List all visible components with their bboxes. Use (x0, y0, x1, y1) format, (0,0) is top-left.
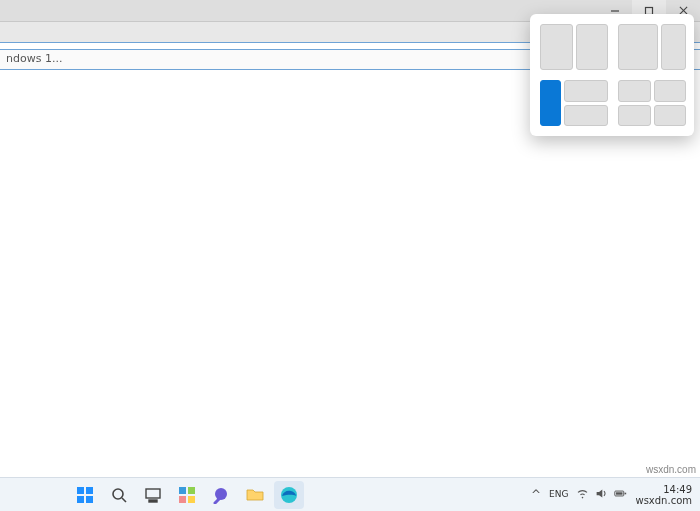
svg-rect-6 (77, 496, 84, 503)
svg-rect-12 (179, 487, 186, 494)
taskbar-center (70, 481, 304, 509)
snap-layout-leftbig[interactable] (540, 80, 608, 126)
explorer-button[interactable] (240, 481, 270, 509)
widgets-button[interactable] (172, 481, 202, 509)
snap-cell[interactable] (576, 24, 609, 70)
snap-cell-selected[interactable] (540, 80, 561, 126)
tab-title[interactable]: ndows 1... (6, 52, 62, 65)
snap-layouts-flyout (530, 14, 694, 136)
svg-rect-19 (625, 493, 627, 495)
volume-icon[interactable] (595, 487, 608, 502)
chat-button[interactable] (206, 481, 236, 509)
svg-rect-11 (149, 500, 157, 502)
taskbar: ^ ENG 14:49 wsxdn.com (0, 477, 700, 511)
snap-cell[interactable] (540, 24, 573, 70)
svg-rect-15 (188, 496, 195, 503)
svg-point-8 (113, 489, 123, 499)
snap-cell[interactable] (618, 24, 658, 70)
snap-cell[interactable] (654, 80, 687, 102)
tray-icons (576, 487, 627, 502)
snap-layout-wide[interactable] (618, 24, 686, 70)
snap-layout-quad[interactable] (618, 80, 686, 126)
svg-rect-20 (617, 492, 624, 494)
svg-rect-7 (86, 496, 93, 503)
svg-rect-5 (86, 487, 93, 494)
snap-cell[interactable] (661, 24, 686, 70)
watermark-text: wsxdn.com (646, 464, 696, 475)
svg-rect-14 (179, 496, 186, 503)
clock[interactable]: 14:49 wsxdn.com (635, 484, 692, 506)
svg-rect-10 (146, 489, 160, 498)
snap-cell[interactable] (654, 105, 687, 127)
snap-cell[interactable] (564, 105, 608, 127)
svg-rect-13 (188, 487, 195, 494)
svg-point-16 (215, 488, 227, 500)
search-button[interactable] (104, 481, 134, 509)
clock-date: wsxdn.com (635, 495, 692, 506)
battery-icon[interactable] (614, 487, 627, 502)
tray-chevron-icon[interactable]: ^ (531, 488, 541, 502)
wifi-icon[interactable] (576, 487, 589, 502)
taskview-button[interactable] (138, 481, 168, 509)
edge-button[interactable] (274, 481, 304, 509)
lang-top: ENG (549, 490, 568, 499)
snap-cell[interactable] (618, 80, 651, 102)
snap-layout-split[interactable] (540, 24, 608, 70)
language-indicator[interactable]: ENG (549, 490, 568, 499)
svg-line-9 (122, 498, 126, 502)
system-tray: ^ ENG 14:49 wsxdn.com (531, 484, 692, 506)
snap-cell[interactable] (618, 105, 651, 127)
snap-cell[interactable] (564, 80, 608, 102)
clock-time: 14:49 (663, 484, 692, 495)
svg-rect-1 (646, 7, 653, 14)
start-button[interactable] (70, 481, 100, 509)
svg-rect-4 (77, 487, 84, 494)
